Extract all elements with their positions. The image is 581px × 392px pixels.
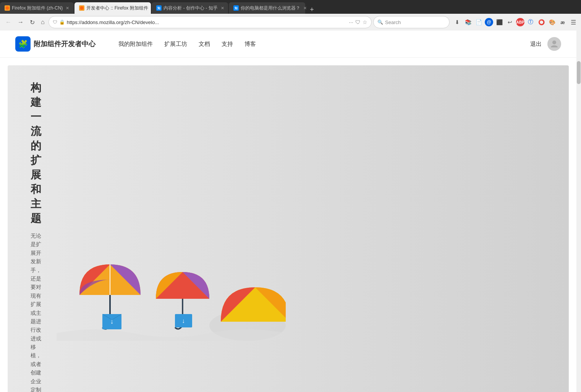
url-more-icon[interactable]: ··· — [349, 19, 353, 25]
page-content: 🧩 附加组件开发者中心 我的附加组件 扩展工坊 文档 支持 博客 退出 构建一 — [0, 31, 576, 392]
tab-label: 内容分析 - 创作中心 - 知乎 — [163, 5, 217, 11]
svg-point-0 — [6, 6, 9, 10]
color-icon[interactable]: 🎨 — [547, 18, 557, 27]
toolbar-icons: ⬇ 📚 📄 @ ⬛ ↩ ABP Ⓣ ⭕ 🎨 æ ☰ — [453, 18, 578, 27]
url-star-icon[interactable]: ☆ — [363, 19, 367, 25]
url-bar[interactable]: 🛡 🔒 https://addons.mozilla.org/zh-CN/dev… — [49, 16, 372, 28]
tab-close-icon[interactable]: ✕ — [66, 6, 69, 11]
security-icon: 🛡 — [53, 19, 57, 25]
tab-label: 开发者中心 :: Firefox 附加组件 — [86, 5, 148, 11]
bookmarks-icon[interactable]: 📚 — [463, 18, 473, 27]
url-text: https://addons.mozilla.org/zh-CN/develo.… — [67, 19, 347, 25]
nav-workshop[interactable]: 扩展工坊 — [164, 40, 187, 48]
svg-text:↓: ↓ — [182, 317, 185, 324]
nav-docs[interactable]: 文档 — [199, 40, 210, 48]
tab-zhihu[interactable]: 知 内容分析 - 创作中心 - 知乎 ✕ — [152, 2, 228, 14]
tab-label: 你的电脑都是用什么浏览器？ — [241, 5, 300, 11]
site-logo-text: 附加组件开发者中心 — [34, 39, 95, 49]
tab-bar: Firefox 附加组件 (zh-CN) ✕ 开发者中心 :: Firefox … — [0, 0, 581, 14]
hero-section: 构建一流的扩展和主题 无论是扩展开发新手，还是要对现有扩展或主题进行改进或移植，… — [8, 65, 569, 392]
browser-toolbar: ← → ↻ ⌂ 🛡 🔒 https://addons.mozilla.org/z… — [0, 14, 581, 31]
lock-icon: 🔒 — [59, 19, 65, 25]
hero-text: 构建一流的扩展和主题 无论是扩展开发新手，还是要对现有扩展或主题进行改进或移植，… — [31, 81, 41, 392]
site-header-right: 退出 — [530, 37, 561, 51]
home-button[interactable]: ⌂ — [39, 17, 47, 27]
new-tab-button[interactable]: + — [306, 6, 318, 14]
nav-my-addons[interactable]: 我的附加组件 — [118, 40, 153, 48]
avatar[interactable] — [547, 37, 561, 51]
site-nav: 我的附加组件 扩展工坊 文档 支持 博客 — [118, 40, 530, 48]
nav-blog[interactable]: 博客 — [244, 40, 256, 48]
nav-support[interactable]: 支持 — [222, 40, 233, 48]
adblock-plus-icon[interactable]: ABP — [516, 18, 524, 26]
ae-icon[interactable]: æ — [558, 18, 567, 27]
reader-icon[interactable]: 📄 — [474, 18, 483, 27]
tab-browser-question[interactable]: 知 你的电脑都是用什么浏览器？ ✕ — [229, 2, 305, 14]
extension-icon1[interactable]: ⬛ — [495, 18, 504, 27]
scrollbar-thumb[interactable] — [577, 61, 581, 84]
browser-chrome: Firefox 附加组件 (zh-CN) ✕ 开发者中心 :: Firefox … — [0, 0, 581, 31]
firefox-account-icon[interactable]: @ — [485, 18, 493, 26]
svg-point-1 — [80, 6, 84, 10]
lastpass-icon[interactable]: ⭕ — [537, 18, 546, 27]
tab-label: Firefox 附加组件 (zh-CN) — [12, 5, 63, 11]
scrollbar[interactable] — [576, 61, 581, 386]
undo-icon[interactable]: ↩ — [505, 18, 515, 27]
site-logo: 🧩 附加组件开发者中心 — [15, 36, 95, 52]
svg-text:🧩: 🧩 — [18, 39, 28, 49]
menu-icon[interactable]: ☰ — [569, 18, 578, 27]
logo-icon: 🧩 — [15, 36, 31, 52]
hero-description: 无论是扩展开发新手，还是要对现有扩展或主题进行改进或移植，或者创建企业定制化解决… — [31, 232, 41, 392]
download-icon[interactable]: ⬇ — [453, 18, 462, 27]
hero-illustration: ↓ ↓ — [57, 257, 546, 341]
site-header: 🧩 附加组件开发者中心 我的附加组件 扩展工坊 文档 支持 博客 退出 — [0, 31, 576, 58]
tab-close-icon[interactable]: ✕ — [221, 6, 224, 11]
svg-point-4 — [552, 40, 556, 44]
search-icon: 🔍 — [377, 19, 383, 25]
hero-title: 构建一流的扩展和主题 — [31, 81, 41, 226]
trident-icon[interactable]: Ⓣ — [526, 18, 535, 27]
url-shield-icon: 🛡 — [355, 19, 361, 25]
back-button[interactable]: ← — [3, 17, 14, 27]
hero-svg: ↓ ↓ — [57, 257, 286, 341]
search-placeholder: Search — [385, 19, 401, 25]
svg-text:↓: ↓ — [110, 317, 114, 325]
refresh-button[interactable]: ↻ — [28, 17, 37, 28]
forward-button[interactable]: → — [15, 17, 26, 27]
tab-firefox-addons-zh[interactable]: Firefox 附加组件 (zh-CN) ✕ — [0, 2, 74, 14]
tab-developer-center[interactable]: 开发者中心 :: Firefox 附加组件 ✕ — [74, 2, 151, 14]
logout-link[interactable]: 退出 — [530, 40, 542, 48]
search-bar[interactable]: 🔍 Search — [373, 16, 450, 28]
